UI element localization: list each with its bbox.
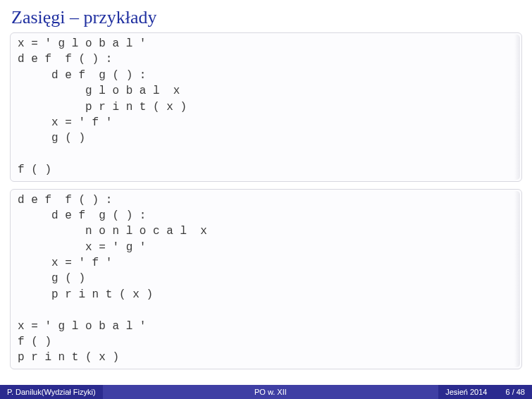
footer-spacer — [103, 385, 247, 399]
footer-spacer — [294, 385, 438, 399]
code-block-1: x = ' g l o b a l ' d e f f ( ) : d e f … — [10, 32, 522, 182]
footer-date: Jesień 2014 — [438, 385, 494, 399]
footer-author: P. Daniluk(Wydział Fizyki) — [0, 385, 103, 399]
slide-title: Zasięgi – przykłady — [11, 7, 522, 28]
code-block-2: d e f f ( ) : d e f g ( ) : n o n l o c … — [10, 189, 522, 369]
footer-middle: PO w. XII — [247, 385, 294, 399]
footer-bar: P. Daniluk(Wydział Fizyki) PO w. XII Jes… — [0, 385, 532, 399]
footer-page: 6 / 48 — [494, 385, 532, 399]
slide: Zasięgi – przykłady x = ' g l o b a l ' … — [0, 0, 532, 399]
